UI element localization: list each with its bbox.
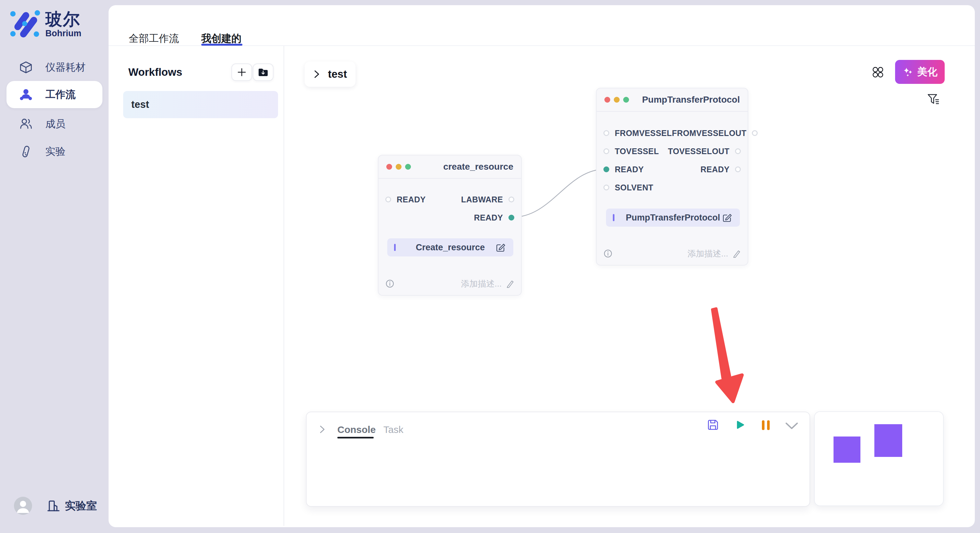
app-window: 玻尔 Bohrium 仪器耗材 工作流 [0,0,980,533]
port-in-solvent[interactable] [603,185,609,190]
port-label: READY [474,213,503,222]
brand-name-en: Bohrium [45,29,81,38]
collapse-panel-icon[interactable] [784,422,799,430]
pencil-icon[interactable] [506,279,515,288]
workflow-tabbar: 全部工作流 我创建的 [108,5,975,46]
workflow-icon [19,88,32,101]
sparkles-icon [902,67,913,78]
info-icon[interactable] [604,249,612,258]
run-icon[interactable] [733,419,746,431]
pencil-icon[interactable] [733,249,741,258]
save-icon[interactable] [707,419,719,431]
node-title: PumpTransferProtocol [642,95,740,105]
port-out-ready[interactable] [735,167,741,172]
port-label: FROMVESSELOUT [672,128,746,138]
port-label: TOVESSELOUT [668,147,730,156]
node-dot-red [386,164,392,170]
port-in-tovessel[interactable] [603,148,609,154]
sidebar-item-label: 成员 [45,117,65,131]
sidebar-item-members[interactable]: 成员 [6,110,102,138]
node-footer: 添加描述... [386,279,515,289]
port-in-ready[interactable] [603,167,609,172]
active-tab-underline [201,44,242,46]
port-out-tovesselout[interactable] [735,148,741,154]
node-action-pill[interactable]: Create_resource [387,238,513,257]
sidebar-item-experiments[interactable]: 实验 [6,138,102,165]
import-workflow-button[interactable] [253,63,274,81]
port-in-ready[interactable] [385,197,391,202]
node-pump-transfer-protocol[interactable]: PumpTransferProtocol FROMVESSEL FROMVESS… [596,88,748,265]
sidebar: 玻尔 Bohrium 仪器耗材 工作流 [0,0,108,533]
bohrium-logo-icon [10,10,42,39]
workspace-label[interactable]: 实验室 [65,499,97,513]
sidebar-item-label: 实验 [45,145,65,159]
tab-task[interactable]: Task [383,424,404,435]
pill-label: PumpTransferProtocol [626,213,720,223]
lab-building-icon [47,499,60,512]
tab-my-created[interactable]: 我创建的 [201,32,242,45]
user-avatar[interactable] [14,497,32,515]
pill-label: Create_resource [416,243,485,252]
beautify-button[interactable]: 美化 [895,60,945,84]
node-title: create_resource [443,162,513,172]
sidebar-item-workflows[interactable]: 工作流 [6,81,102,108]
workflows-panel-title: Workflows [128,66,182,78]
filter-icon[interactable] [927,93,940,106]
package-icon [19,61,32,74]
tab-all-workflows[interactable]: 全部工作流 [129,32,179,45]
node-footer: 添加描述... [604,249,741,259]
sidebar-item-label: 工作流 [45,88,75,102]
description-placeholder[interactable]: 添加描述... [687,248,728,259]
pill-accent-bar [613,214,614,221]
sidebar-item-instruments[interactable]: 仪器耗材 [6,54,102,81]
panel-divider [283,46,284,526]
members-icon [19,117,32,130]
port-label: SOLVENT [615,183,653,192]
node-dot-green [623,97,629,103]
info-icon[interactable] [386,279,394,288]
folder-download-icon [258,67,269,77]
port-in-fromvessel[interactable] [603,130,609,136]
port-label: READY [615,165,644,174]
port-label: READY [700,165,730,174]
layout-command-icon[interactable] [872,66,884,78]
edit-icon[interactable] [722,213,732,223]
minimap[interactable] [814,411,944,506]
sidebar-footer: 实验室 [14,497,97,515]
description-placeholder[interactable]: 添加描述... [461,278,502,289]
edit-icon[interactable] [495,242,506,252]
port-label: TOVESSEL [615,147,659,156]
node-create-resource[interactable]: create_resource READY LABWARE READY Crea… [378,155,522,296]
plus-icon [237,67,247,77]
node-action-pill[interactable]: PumpTransferProtocol [606,209,740,227]
port-out-ready[interactable] [509,215,514,220]
port-label: LABWARE [461,195,503,204]
port-label: READY [397,195,426,204]
port-out-fromvesselout[interactable] [752,130,758,136]
canvas-breadcrumb[interactable]: test [305,62,355,87]
avatar-person-icon [14,497,32,515]
pause-icon[interactable] [761,420,771,431]
workflow-item-label: test [131,99,149,110]
brand-logo: 玻尔 Bohrium [10,10,81,39]
chevron-right-icon [313,70,320,78]
node-dot-amber [614,97,620,103]
brand-name-cn: 玻尔 [45,10,81,29]
tab-console[interactable]: Console [337,424,375,435]
pill-accent-bar [394,244,396,251]
add-workflow-button[interactable] [231,63,252,81]
sidebar-item-label: 仪器耗材 [45,60,86,74]
console-tab-underline [337,437,374,438]
node-header: create_resource [379,155,521,179]
node-header: PumpTransferProtocol [597,89,748,112]
minimap-node-pump-transfer [874,424,902,457]
console-panel: Console Task [306,412,810,507]
workflow-list-item-test[interactable]: test [123,91,278,118]
port-out-labware[interactable] [509,197,514,202]
minimap-node-create-resource [834,436,861,463]
node-dot-red [605,97,610,103]
port-label: FROMVESSEL [615,128,672,138]
chevron-right-icon[interactable] [318,425,326,434]
node-dot-amber [396,164,401,170]
breadcrumb-label: test [328,68,347,80]
